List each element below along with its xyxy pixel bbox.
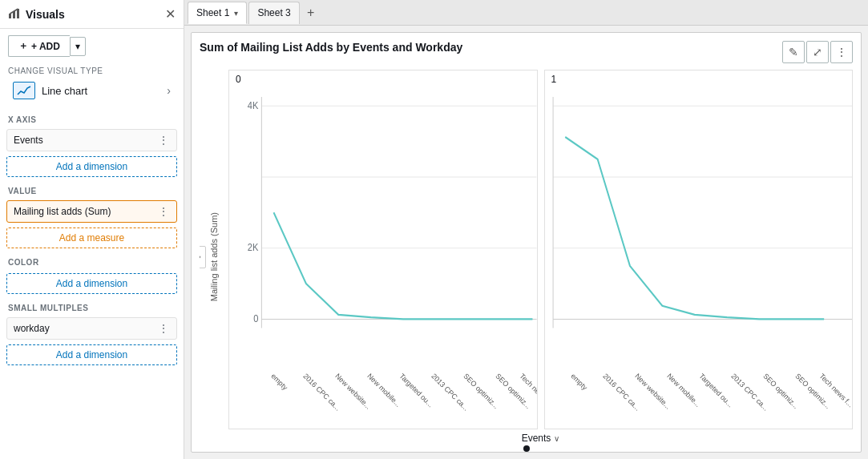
svg-text:Targeted ou...: Targeted ou... xyxy=(697,372,734,409)
x-axis-options-icon[interactable]: ⋮ xyxy=(158,134,170,147)
x-axis-chevron-icon[interactable]: ∨ xyxy=(554,434,559,443)
chart-header: Sum of Mailing List Adds by Events and W… xyxy=(200,41,853,63)
tab-sheet3[interactable]: Sheet 3 xyxy=(248,2,299,24)
add-button-group: ＋ + ADD ▾ xyxy=(8,35,176,57)
chart-toolbar: ✎ ⤢ ⋮ xyxy=(782,41,853,63)
small-multiples-field-pill[interactable]: workday ⋮ xyxy=(6,317,177,340)
small-multiples-options-icon[interactable]: ⋮ xyxy=(158,322,170,335)
expand-button[interactable]: ⤢ xyxy=(806,41,829,63)
close-button[interactable]: ✕ xyxy=(165,8,176,21)
line-chart-icon xyxy=(13,82,35,99)
sidebar-title-group: Visuals xyxy=(8,6,65,22)
add-dropdown-button[interactable]: ▾ xyxy=(70,37,86,56)
color-label: COLOR xyxy=(0,252,184,270)
edit-icon: ✎ xyxy=(789,46,798,58)
small-multiples-field-text: workday xyxy=(14,323,50,334)
visual-type-row[interactable]: Line chart › xyxy=(8,79,176,103)
x-axis-add-button[interactable]: Add a dimension xyxy=(6,156,177,177)
x-axis-title: Events xyxy=(522,433,551,444)
tab-sheet1-dropdown-icon[interactable]: ▾ xyxy=(234,9,238,18)
svg-text:0: 0 xyxy=(253,312,259,324)
svg-text:2K: 2K xyxy=(248,242,259,253)
plus-icon: ＋ xyxy=(18,39,28,53)
chart-container: Sum of Mailing List Adds by Events and W… xyxy=(191,32,862,453)
svg-rect-2 xyxy=(17,9,19,18)
panel-0-label: 0 xyxy=(229,70,537,88)
chart-area: › Mailing list adds (Sum) 0 xyxy=(200,70,853,444)
visual-type-name: Line chart xyxy=(42,85,87,97)
chart-panel-1: 1 xyxy=(544,70,854,429)
x-axis-label: X AXIS xyxy=(0,109,184,127)
value-add-button[interactable]: Add a measure xyxy=(6,227,177,248)
tab-sheet1[interactable]: Sheet 1 ▾ xyxy=(188,2,247,24)
svg-text:empty: empty xyxy=(269,372,289,392)
more-options-button[interactable]: ⋮ xyxy=(830,41,853,63)
more-icon: ⋮ xyxy=(836,46,847,58)
small-multiples-label: SMALL MULTIPLES xyxy=(0,297,184,316)
x-axis-title-row: Events ∨ xyxy=(228,429,853,444)
svg-text:Targeted ou...: Targeted ou... xyxy=(398,372,434,409)
color-add-button[interactable]: Add a dimension xyxy=(6,273,177,294)
value-field-pill[interactable]: Mailing list adds (Sum) ⋮ xyxy=(6,200,177,223)
main-content: Sheet 1 ▾ Sheet 3 + Sum of Mailing List … xyxy=(184,0,868,459)
tab-sheet3-label: Sheet 3 xyxy=(257,7,290,18)
sidebar: Visuals ✕ ＋ + ADD ▾ CHANGE VISUAL TYPE L… xyxy=(0,0,184,459)
panel-0-svg-container: 4K 2K 0 xyxy=(229,88,537,372)
chart-panels: 0 4 xyxy=(228,70,853,429)
svg-rect-0 xyxy=(9,14,11,18)
color-add-label: Add a dimension xyxy=(56,278,127,289)
add-button[interactable]: ＋ + ADD xyxy=(8,35,70,57)
tab-sheet1-label: Sheet 1 xyxy=(196,7,229,18)
sidebar-header: Visuals ✕ xyxy=(0,0,184,29)
panel-1-svg-container xyxy=(545,88,853,372)
x-axis-add-label: Add a dimension xyxy=(56,161,127,172)
value-label: VALUE xyxy=(0,180,184,199)
edit-button[interactable]: ✎ xyxy=(782,41,805,63)
value-field-text: Mailing list adds (Sum) xyxy=(14,206,111,217)
value-add-label: Add a measure xyxy=(59,232,124,244)
chart-title: Sum of Mailing List Adds by Events and W… xyxy=(200,41,462,54)
add-label: + ADD xyxy=(31,41,60,52)
svg-text:4K: 4K xyxy=(248,99,259,111)
visual-type-left: Line chart xyxy=(13,82,87,99)
change-visual-label: CHANGE VISUAL TYPE xyxy=(8,66,176,75)
bottom-center-resize-handle[interactable] xyxy=(523,445,530,452)
chevron-right-icon: › xyxy=(167,84,171,97)
value-options-icon[interactable]: ⋮ xyxy=(158,205,170,218)
chart-inner: 0 4 xyxy=(228,70,853,444)
left-handle[interactable]: › xyxy=(200,246,206,268)
svg-text:empty: empty xyxy=(569,372,589,392)
tab-add-button[interactable]: + xyxy=(301,3,321,22)
x-axis-field-text: Events xyxy=(14,135,43,146)
change-visual-type-section: CHANGE VISUAL TYPE Line chart › xyxy=(0,63,184,109)
chart-panel-0: 0 4 xyxy=(228,70,538,429)
visuals-icon xyxy=(8,6,21,22)
small-multiples-add-button[interactable]: Add a dimension xyxy=(6,344,177,365)
small-multiples-add-label: Add a dimension xyxy=(56,349,127,360)
panel-1-label: 1 xyxy=(545,70,853,88)
expand-icon: ⤢ xyxy=(813,46,822,58)
y-axis-label: Mailing list adds (Sum) xyxy=(206,212,222,301)
tab-bar: Sheet 1 ▾ Sheet 3 + xyxy=(184,0,868,26)
tab-add-icon: + xyxy=(307,6,314,20)
sidebar-title-text: Visuals xyxy=(26,8,65,21)
x-axis-field-pill[interactable]: Events ⋮ xyxy=(6,129,177,151)
